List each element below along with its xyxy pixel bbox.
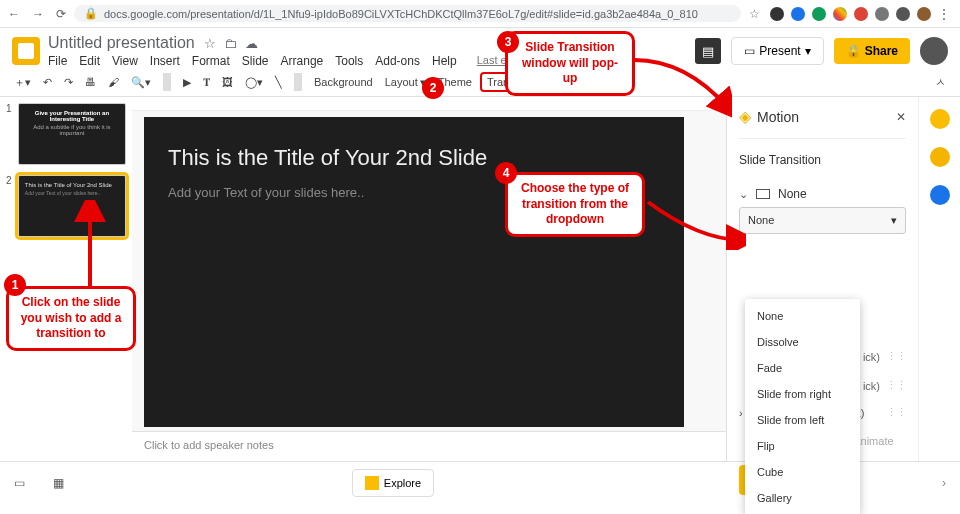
menu-addons[interactable]: Add-ons (375, 54, 420, 68)
menu-help[interactable]: Help (432, 54, 457, 68)
url-text: docs.google.com/presentation/d/1L_1Nfu9-… (104, 8, 698, 20)
grid-view-icon[interactable]: ▦ (53, 476, 64, 490)
motion-title: Motion (757, 109, 799, 125)
explore-button[interactable]: Explore (352, 469, 434, 497)
thumb-number: 1 (6, 103, 14, 165)
extension-icons: ☆ ⋮ (749, 7, 952, 21)
lock-icon: 🔒 (84, 7, 98, 20)
new-slide-icon[interactable]: ＋▾ (10, 73, 35, 92)
menu-arrange[interactable]: Arrange (281, 54, 324, 68)
menu-edit[interactable]: Edit (79, 54, 100, 68)
menu-view[interactable]: View (112, 54, 138, 68)
transition-current: None (778, 187, 807, 201)
option-gallery[interactable]: Gallery (745, 485, 860, 511)
transition-dropdown[interactable]: None▾ (739, 207, 906, 234)
doc-title[interactable]: Untitled presentation (48, 34, 195, 51)
shape-icon[interactable]: ◯▾ (241, 74, 267, 91)
paint-icon[interactable]: 🖌 (104, 74, 123, 90)
option-slide-left[interactable]: Slide from left (745, 407, 860, 433)
ext-icon[interactable] (791, 7, 805, 21)
star-icon[interactable]: ☆ (749, 7, 763, 21)
select-tool-icon[interactable]: ▶ (179, 74, 195, 91)
drag-icon[interactable]: ⋮⋮ (886, 379, 906, 392)
line-icon[interactable]: ╲ (271, 74, 286, 91)
option-slide-right[interactable]: Slide from right (745, 381, 860, 407)
slide-canvas[interactable]: This is the Title of Your 2nd Slide Add … (144, 117, 684, 427)
explore-icon (365, 476, 379, 490)
share-label: Share (865, 44, 898, 58)
filmstrip-view-icon[interactable]: ▭ (14, 476, 25, 490)
toolbar: ＋▾ ↶ ↷ 🖶 🖌 🔍▾ ▶ 𝐓 🖼 ◯▾ ╲ Background Layo… (0, 68, 960, 97)
ext-icon[interactable] (833, 7, 847, 21)
thumb-number: 2 (6, 175, 14, 237)
slide-icon (756, 189, 770, 199)
app-header: Untitled presentation ☆ 🗀 ☁ File Edit Vi… (0, 28, 960, 68)
browser-bar: ← → ⟳ 🔒 docs.google.com/presentation/d/1… (0, 0, 960, 28)
chevron-down-icon: ⌄ (739, 188, 748, 201)
nav-forward-icon[interactable]: → (32, 7, 44, 21)
annotation-badge-3: 3 (497, 31, 519, 53)
keep-icon[interactable] (930, 109, 950, 129)
transition-row[interactable]: ⌄ None (739, 181, 906, 207)
omnibox[interactable]: 🔒 docs.google.com/presentation/d/1L_1Nfu… (74, 5, 741, 22)
star-icon[interactable]: ☆ (204, 36, 216, 51)
nav-reload-icon[interactable]: ⟳ (56, 7, 66, 21)
annotation-badge-1: 1 (4, 274, 26, 296)
ext-icon[interactable] (812, 7, 826, 21)
expand-rail-icon[interactable]: › (942, 476, 946, 490)
ext-icon[interactable] (917, 7, 931, 21)
annotation-3: Slide Transition window will pop-up (505, 31, 635, 96)
menu-tools[interactable]: Tools (335, 54, 363, 68)
contacts-icon[interactable] (930, 185, 950, 205)
share-button[interactable]: 🔒 Share (834, 38, 910, 64)
arrow-4 (646, 200, 746, 250)
drag-icon[interactable]: ⋮⋮ (886, 406, 906, 419)
close-icon[interactable]: ✕ (896, 110, 906, 124)
ext-icon[interactable] (875, 7, 889, 21)
print-icon[interactable]: 🖶 (81, 74, 100, 90)
motion-panel: ◈ Motion ✕ Slide Transition ⌄ None None▾… (726, 97, 918, 461)
arrow-3 (632, 58, 732, 118)
tasks-icon[interactable] (930, 147, 950, 167)
speaker-notes[interactable]: Click to add speaker notes (132, 431, 726, 461)
option-cube[interactable]: Cube (745, 459, 860, 485)
slide-thumbnail-1[interactable]: Give your Presentation an Interesting Ti… (18, 103, 126, 165)
slide-transition-label: Slide Transition (739, 153, 906, 167)
nav-back-icon[interactable]: ← (8, 7, 20, 21)
divider (163, 73, 171, 91)
cloud-icon[interactable]: ☁ (245, 36, 258, 51)
background-dropdown[interactable]: Background (310, 74, 377, 90)
collapse-icon[interactable]: ㅅ (931, 73, 950, 92)
slide-title-text[interactable]: This is the Title of Your 2nd Slide (168, 145, 660, 171)
ext-icon[interactable] (896, 7, 910, 21)
menu-insert[interactable]: Insert (150, 54, 180, 68)
arrow-1 (70, 200, 110, 290)
menu-format[interactable]: Format (192, 54, 230, 68)
drag-icon[interactable]: ⋮⋮ (886, 350, 906, 363)
menu-slide[interactable]: Slide (242, 54, 269, 68)
undo-icon[interactable]: ↶ (39, 74, 56, 91)
option-fade[interactable]: Fade (745, 355, 860, 381)
present-label: Present (759, 44, 800, 58)
option-dissolve[interactable]: Dissolve (745, 329, 860, 355)
menu-file[interactable]: File (48, 54, 67, 68)
option-none[interactable]: None (745, 303, 860, 329)
motion-icon: ◈ (739, 107, 751, 126)
side-rail (918, 97, 960, 461)
ext-icon[interactable] (854, 7, 868, 21)
redo-icon[interactable]: ↷ (60, 74, 77, 91)
zoom-dropdown[interactable]: 🔍▾ (127, 74, 155, 91)
menu-icon[interactable]: ⋮ (938, 7, 952, 21)
canvas-area: This is the Title of Your 2nd Slide Add … (132, 97, 726, 461)
move-icon[interactable]: 🗀 (224, 36, 237, 51)
option-flip[interactable]: Flip (745, 433, 860, 459)
slides-logo-icon[interactable] (12, 37, 40, 65)
present-button[interactable]: ▭ Present ▾ (731, 37, 823, 65)
annotation-badge-4: 4 (495, 162, 517, 184)
divider (294, 73, 302, 91)
user-avatar[interactable] (920, 37, 948, 65)
ext-icon[interactable] (770, 7, 784, 21)
image-icon[interactable]: 🖼 (218, 74, 237, 90)
textbox-icon[interactable]: 𝐓 (199, 74, 214, 91)
annotation-1: Click on the slide you wish to add a tra… (6, 286, 136, 351)
